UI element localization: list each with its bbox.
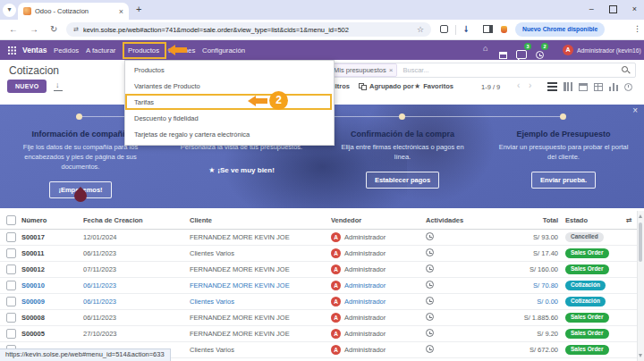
banner-close-icon[interactable]: × (632, 105, 638, 115)
row-checkbox[interactable] (6, 232, 16, 242)
filter-tag-remove-icon[interactable]: × (389, 66, 397, 74)
step-sample-button[interactable]: Enviar prueba. (531, 172, 596, 189)
view-switcher (547, 82, 632, 91)
status-badge: Cancelled (565, 232, 604, 242)
menu-item-variantes-de-producto[interactable]: Variantes de Producto (125, 79, 334, 95)
table-row[interactable]: S00012 07/11/2023 FERNANDEZ MORE KEVIN J… (0, 262, 637, 278)
activity-clock-icon[interactable] (426, 264, 434, 273)
new-tab-button[interactable]: + (136, 4, 141, 14)
browser-tab[interactable]: Odoo - Cotizacion × (18, 3, 129, 20)
scrollbar-down-icon[interactable] (639, 354, 642, 357)
menu-item-productos[interactable]: Productos (125, 63, 334, 79)
activity-clock-icon[interactable] (426, 329, 434, 337)
activity-clock-icon[interactable] (426, 345, 434, 353)
table-row[interactable]: S00011 06/11/2023 Clientes Varios A Admi… (0, 246, 637, 262)
table-header: Número Fecha de Creacion Cliente Vendedo… (0, 211, 637, 230)
salesperson-avatar: A (331, 313, 341, 323)
apps-grid-icon[interactable] (8, 46, 10, 48)
column-numero[interactable]: Número (21, 216, 80, 224)
column-total[interactable]: Total (485, 216, 558, 224)
row-checkbox[interactable] (6, 297, 16, 306)
step-description: Enviar un presupuesto para probar el por… (496, 143, 631, 163)
row-checkbox[interactable] (6, 264, 16, 274)
nav-item-configuracion[interactable]: Configuración (202, 46, 245, 55)
table-row[interactable]: S00017 12/01/2024 FERNANDEZ MORE KEVIN J… (0, 230, 637, 246)
export-icon[interactable]: ↓ (54, 82, 63, 91)
scrollbar-up-icon[interactable] (639, 214, 642, 218)
row-checkbox[interactable] (6, 313, 16, 323)
pager-previous-icon[interactable]: ‹ (517, 80, 520, 90)
nav-app-name[interactable]: Ventas (22, 46, 47, 55)
order-number: S00009 (21, 298, 80, 306)
reload-button[interactable]: ↻ (50, 24, 57, 34)
window-maximize-button[interactable] (609, 5, 617, 13)
column-fecha[interactable]: Fecha de Creacion (80, 216, 186, 224)
user-avatar[interactable]: A (563, 45, 573, 55)
side-panel-icon[interactable] (483, 25, 493, 35)
column-vendedor[interactable]: Vendedor (331, 216, 415, 224)
search-placeholder: Buscar... (402, 66, 622, 74)
activity-clock-icon[interactable] (426, 281, 434, 289)
step-payments-button[interactable]: Establecer pagos (366, 172, 439, 189)
nav-item-pedidos[interactable]: Pedidos (54, 46, 79, 55)
view-calendar-icon[interactable] (579, 83, 588, 91)
search-input[interactable]: Mis presupuestos × Buscar... (316, 63, 636, 78)
search-icon[interactable] (622, 66, 630, 74)
menu-item-tarjetas-de-regalo[interactable]: Tarjetas de regalo y cartera electrónica (125, 127, 334, 143)
activity-clock-icon[interactable] (426, 248, 434, 256)
menu-item-descuento-y-fidelidad[interactable]: Descuento y fidelidad (125, 111, 334, 127)
table-scrollbar[interactable] (637, 211, 644, 361)
adjust-columns-icon[interactable]: ⇄ (626, 216, 638, 224)
view-pivot-icon[interactable] (594, 83, 603, 91)
chrome-update-button[interactable]: Nuevo Chrome disponible (515, 22, 605, 37)
view-list-icon[interactable] (547, 82, 557, 91)
table-row[interactable]: S00009 06/11/2023 Clientes Varios A Admi… (0, 294, 637, 310)
row-checkbox[interactable] (6, 329, 16, 339)
order-customer: Clientes Varios (186, 298, 331, 306)
order-total: S/ 93.00 (485, 233, 558, 241)
url-bar[interactable]: ⇄ kevin.solse.pe/web#action=741&model=sa… (66, 22, 431, 37)
order-date: 12/01/2024 (80, 233, 186, 241)
progress-dot-1 (76, 113, 82, 120)
bookmark-star-icon[interactable]: ☆ (417, 25, 424, 34)
table-row[interactable]: S00008 06/11/2023 FERNANDEZ MORE KEVIN J… (0, 310, 637, 326)
downloads-icon[interactable]: ⭣ (464, 25, 468, 35)
site-settings-icon[interactable]: ⇄ (73, 26, 79, 33)
user-menu[interactable]: Administrador (kevin16) (577, 47, 641, 54)
select-all-checkbox[interactable] (6, 215, 16, 225)
status-badge: Sales Order (565, 248, 609, 258)
favorites-button[interactable]: ★ Favoritos (414, 82, 453, 90)
activity-clock-icon[interactable] (426, 313, 434, 321)
window-close-button[interactable]: × (632, 4, 637, 13)
new-button[interactable]: NUEVO (7, 80, 47, 93)
tab-search-button[interactable]: ▾ (3, 4, 16, 17)
group-by-button[interactable]: Agrupado por (359, 82, 414, 90)
pager-next-icon[interactable]: › (529, 80, 531, 90)
view-activity-icon[interactable] (624, 83, 632, 91)
onboarding-step-order-confirmation: Confirmación de la compra Elija entre fi… (322, 126, 483, 198)
view-graph-icon[interactable] (609, 83, 618, 91)
column-cliente[interactable]: Cliente (186, 216, 331, 224)
order-total: S/ 1.885.60 (485, 314, 558, 322)
activity-clock-icon[interactable] (426, 232, 434, 240)
column-actividades[interactable]: Actividades (415, 216, 485, 224)
row-checkbox[interactable] (6, 281, 16, 290)
tutorial-highlight-tarifas (125, 94, 332, 110)
column-estado[interactable]: Estado (558, 216, 626, 224)
tab-groups-icon[interactable] (440, 25, 448, 35)
nav-item-a-facturar[interactable]: A facturar (86, 46, 115, 55)
forward-button[interactable]: → (30, 24, 38, 34)
scrollbar-thumb[interactable] (639, 222, 642, 262)
table-row[interactable]: S00005 27/10/2023 FERNANDEZ MORE KEVIN J… (0, 326, 637, 342)
home-icon[interactable]: ⌂ (483, 45, 487, 53)
activity-clock-icon[interactable] (426, 297, 434, 305)
table-row[interactable]: S00010 06/11/2023 FERNANDEZ MORE KEVIN J… (0, 278, 637, 294)
tab-close-icon[interactable]: × (119, 7, 123, 16)
extension-icon[interactable] (501, 26, 507, 35)
back-button[interactable]: ← (9, 24, 18, 34)
step-done-label[interactable]: ★¡Se ve muy bien! (208, 166, 275, 174)
row-checkbox[interactable] (6, 248, 16, 258)
view-kanban-icon[interactable] (564, 82, 572, 91)
window-minimize-button[interactable]: – (589, 4, 594, 13)
chrome-menu-icon[interactable]: ⋮ (633, 24, 641, 33)
